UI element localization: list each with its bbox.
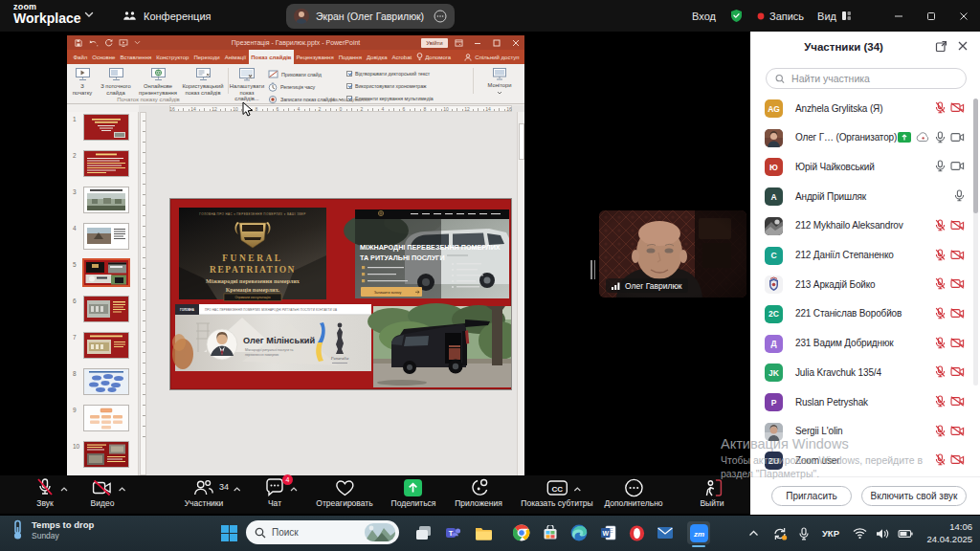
redo-icon[interactable] [104,38,113,47]
slide-thumbnail-image[interactable] [84,260,128,285]
store-icon[interactable] [539,521,562,544]
toolbar-cam-off-button[interactable]: Видео [91,478,115,508]
participant-row[interactable]: ZUZoom user [750,447,980,475]
taskbar-search[interactable]: Поиск [246,520,399,544]
ppt-maximize-button[interactable] [488,35,505,50]
window-maximize-button[interactable] [915,0,947,32]
qat-customize-icon[interactable] [134,40,141,45]
play-narrations-checkbox[interactable]: Відтворювати дикторський текст [346,71,430,77]
use-timings-checkbox[interactable]: Використовувати хронометраж [346,83,427,89]
toolbar-chat-button[interactable]: 4Чат [264,478,285,508]
mail-icon[interactable] [654,521,677,544]
invite-button[interactable]: Пригласить [771,486,852,506]
participants-scrollbar[interactable] [973,99,978,386]
weather-widget[interactable]: Temps to drop Sunday [10,519,94,540]
slide-thumbnail-image[interactable] [84,297,128,321]
file-explorer-icon[interactable] [472,521,495,544]
tray-mic-icon[interactable] [799,527,809,540]
ribbon-tab-рецензування[interactable]: Рецензування [294,50,336,64]
ribbon-tab-показ-слайдів[interactable]: Показ слайдів [249,50,294,64]
slide-thumbnail-image[interactable] [84,151,128,176]
ribbon-tab-анімації[interactable]: Анімації [222,50,249,64]
participant-row[interactable]: 2С221 Станіслав Воробйов [750,300,980,329]
participant-row[interactable]: PRuslan Petryshak [750,388,980,417]
ribbon-tab-share[interactable]: Спільний доступ [462,50,522,64]
taskbar-clock[interactable]: 14:06 24.04.2025 [926,520,972,546]
ribbon-tab-переходи[interactable]: Переходи [191,50,222,64]
start-slideshow-icon[interactable] [119,39,128,47]
participant-row[interactable]: 213 Аркадій Бойко [750,271,980,299]
current-slide[interactable]: ГОЛОВНА ПРО НАС ▾ ПЕРЕВЕЗЕННЯ ПОМЕРЛИХ ▾… [170,199,511,389]
participant-row[interactable]: ААндрій Пришляк [750,183,980,211]
ribbon-tab-acrobat[interactable]: Acrobat [390,50,414,64]
ribbon-tab-подання[interactable]: Подання [336,50,364,64]
ppt-minimize-button[interactable] [469,35,486,50]
chrome-icon[interactable] [510,521,533,544]
start-button[interactable] [217,521,240,544]
chevron-up-icon[interactable] [60,487,68,492]
speaker-video-tile[interactable]: Олег Гаврилюк [599,210,746,298]
toolbar-apps-button[interactable]: Приложения [455,478,502,508]
ribbon-tab-довідка[interactable]: Довідка [364,50,390,64]
participant-row[interactable]: Д231 Вадим Добриднюк [750,330,980,359]
chevron-up-icon[interactable] [573,487,581,492]
opera-icon[interactable] [625,521,648,544]
search-input[interactable] [790,72,957,85]
battery-icon[interactable] [898,529,913,539]
save-icon[interactable] [75,39,82,47]
tray-expand-icon[interactable] [748,530,759,537]
participant-row[interactable]: С212 Даніїл Степаненко [750,242,980,271]
word-icon[interactable]: W [596,521,619,544]
close-panel-icon[interactable] [957,40,969,52]
scrollbar-thumb[interactable] [519,123,524,160]
participant-row[interactable]: JKJulia Kravchuk 135/4 [750,359,980,387]
toolbar-more-button[interactable]: Дополнительно [604,478,662,508]
recording-indicator[interactable]: Запись [757,11,804,22]
wifi-icon[interactable] [853,528,867,539]
chevron-up-icon[interactable] [234,487,241,492]
participant-row[interactable]: ЮЮрій Чайковський [750,153,980,182]
tab-meeting[interactable]: Конференция [113,5,220,27]
toolbar-people-button[interactable]: 34Участники [185,478,224,508]
chevron-down-icon[interactable] [84,11,94,18]
language-indicator[interactable]: УКР [822,528,839,539]
participant-row[interactable]: Sergii L'olin [750,418,980,447]
slide-thumbnail-image[interactable] [84,442,128,467]
toolbar-leave-button[interactable]: Выйти [700,478,724,508]
ribbon-display-options-icon[interactable] [450,35,467,50]
custom-slideshow-button[interactable]: Користувацький показ слайдів [180,67,226,96]
speaker-icon[interactable] [876,528,889,540]
ribbon-tab-файл[interactable]: Файл [71,50,90,64]
from-start-button[interactable]: З початку [68,67,97,96]
monitors-button[interactable]: Монітори [479,67,521,95]
participant-row[interactable]: AGAnzhela Grylitska (Я) [750,95,980,123]
ppt-close-button[interactable] [507,35,524,50]
toolbar-share-button[interactable]: Поделиться [391,478,436,508]
video-drag-handle[interactable] [590,260,596,279]
update-sync-icon[interactable] [772,527,788,540]
slide-thumbnail-image[interactable] [84,333,128,358]
ribbon-tab-основне[interactable]: Основне [90,50,118,64]
popout-icon[interactable] [935,40,947,53]
ribbon-tab-help[interactable]: Допомога [414,50,454,64]
from-current-slide-button[interactable]: З поточного слайда [97,67,135,96]
canvas-scrollbar[interactable] [517,112,524,475]
undo-icon[interactable] [88,39,99,47]
toolbar-cc-button[interactable]: CCПоказать субтитры [521,478,592,508]
slide-thumbnail-image[interactable] [84,224,128,249]
ribbon-tab-вставлення[interactable]: Вставлення [118,50,154,64]
participant-row[interactable]: Олег Г… (Организатор) [750,124,980,153]
slide-thumbnail-image[interactable] [84,115,128,140]
toolbar-mic-off-button[interactable]: Звук [34,478,56,508]
screen-share-pill[interactable]: Экран (Олег Гаврилюк) [286,4,455,29]
checkbox-checked[interactable] [346,71,352,77]
edge-icon[interactable] [568,521,590,544]
toolbar-heart-button[interactable]: Отреагировать [316,478,372,508]
zoom-app-icon[interactable]: zm [687,521,710,544]
hide-slide-button[interactable]: Приховати слайд [268,70,322,78]
slide-thumbnail-image[interactable] [84,406,128,430]
window-minimize-button[interactable] [882,0,915,32]
ppt-signin-button[interactable]: Увійти [421,38,448,48]
unmute-button[interactable]: Включить свой звук [861,486,967,506]
teams-icon[interactable]: T [441,521,464,544]
